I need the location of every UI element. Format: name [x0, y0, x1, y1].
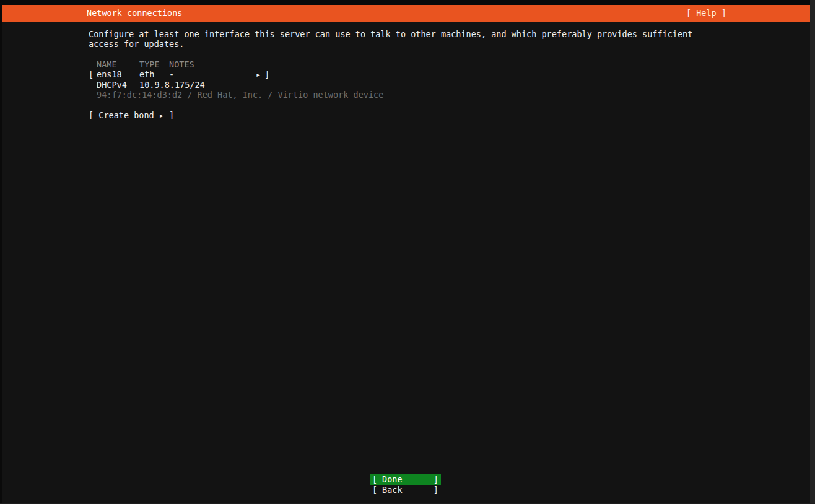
dhcp-info-row: DHCPv4 10.9.8.175/24 — [2, 80, 810, 90]
interface-row-ens18[interactable]: [ ens18 eth - ▸ ] — [2, 69, 810, 80]
back-open-bracket: [ — [372, 485, 377, 495]
installer-terminal: Network connections [ Help ] Configure a… — [2, 5, 810, 503]
description-line-1: Configure at least one interface this se… — [89, 29, 692, 40]
table-header-row: NAME TYPE NOTES — [2, 59, 810, 70]
expand-arrow-icon: ▸ — [256, 69, 261, 80]
done-label-rest: one — [387, 474, 402, 484]
titlebar: Network connections [ Help ] — [2, 5, 810, 22]
column-header-name: NAME — [97, 59, 117, 70]
done-button[interactable]: [ Done ] — [370, 474, 441, 485]
page-title: Network connections — [87, 8, 182, 19]
back-label: Back — [382, 485, 403, 495]
done-close-bracket: ] — [434, 474, 438, 485]
window-edge-right — [810, 0, 815, 504]
done-label: Done — [382, 474, 403, 485]
dhcp-label: DHCPv4 — [97, 80, 127, 90]
back-button[interactable]: [ Back ] — [370, 485, 441, 495]
device-info: 94:f7:dc:14:d3:d2 / Red Hat, Inc. / Virt… — [97, 90, 383, 100]
done-hotkey: D — [382, 474, 387, 484]
interface-type: eth — [139, 69, 154, 80]
interface-notes: - — [169, 69, 174, 80]
interface-name: ens18 — [97, 69, 122, 80]
column-header-notes: NOTES — [169, 59, 194, 70]
installer-screen: Network connections [ Help ] Configure a… — [0, 0, 815, 504]
help-button[interactable]: [ Help ] — [686, 8, 726, 19]
dhcp-address: 10.9.8.175/24 — [139, 80, 205, 90]
back-close-bracket: ] — [434, 485, 438, 495]
done-open-bracket: [ — [372, 474, 377, 485]
create-bond-button[interactable]: [ Create bond ▸ ] — [89, 110, 174, 121]
column-header-type: TYPE — [139, 59, 160, 70]
row-open-bracket: [ — [89, 69, 94, 80]
row-close-bracket: ] — [264, 69, 269, 80]
description-line-2: access for updates. — [89, 39, 184, 50]
